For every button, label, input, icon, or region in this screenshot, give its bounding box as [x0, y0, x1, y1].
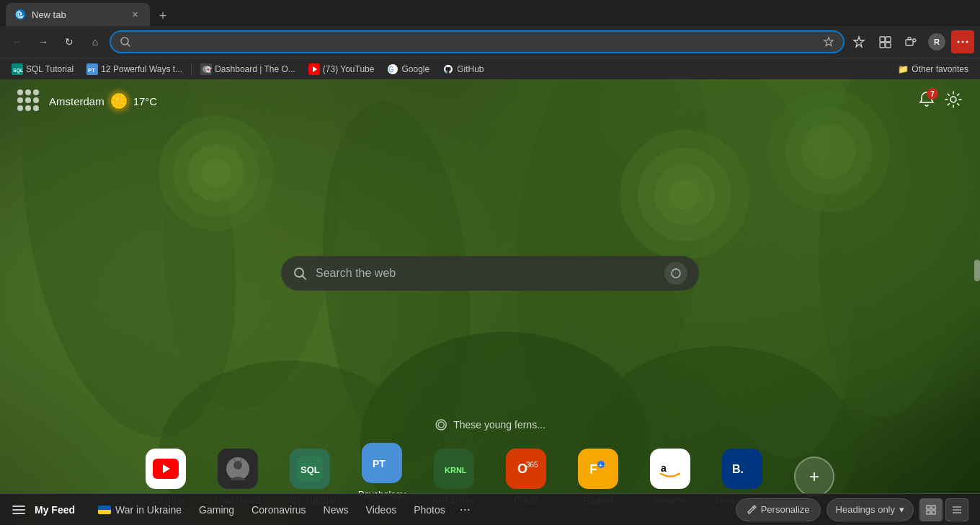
svg-rect-76: [927, 506, 930, 509]
tab-title: New tab: [32, 9, 122, 20]
favorites-separator: [191, 63, 192, 75]
sql-icon: SQL: [290, 449, 330, 489]
ukraine-flag-icon: [98, 506, 111, 514]
office-icon: O 365: [506, 449, 546, 489]
svg-marker-4: [854, 37, 864, 47]
newtab-top-right: 7: [918, 90, 963, 112]
personalize-button[interactable]: Personalize: [736, 498, 821, 521]
home-button[interactable]: ⌂: [84, 30, 107, 53]
grid-dot: [33, 89, 39, 95]
active-tab[interactable]: New tab ✕: [6, 3, 150, 26]
hamburger-icon[interactable]: [12, 503, 26, 517]
krnl-icon: KRNL: [434, 449, 474, 489]
back-button[interactable]: ←: [6, 30, 29, 53]
feed-item-videos[interactable]: Videos: [357, 494, 406, 526]
fav-label-dashboard: Dashboard | The O...: [215, 64, 295, 74]
favorites-item-sql[interactable]: SQL SQL Tutorial: [6, 61, 79, 78]
notifications-button[interactable]: 7: [918, 91, 935, 111]
svg-point-11: [958, 41, 960, 43]
svg-point-53: [233, 461, 242, 469]
grid-dot: [33, 105, 39, 111]
forward-button[interactable]: →: [32, 30, 55, 53]
feed-item-news[interactable]: News: [315, 494, 357, 526]
favorites-item-12powerful[interactable]: PT 12 Powerful Ways t...: [81, 61, 188, 78]
svg-text:F: F: [589, 462, 597, 477]
refresh-icon: ↻: [65, 36, 74, 48]
back-icon: ←: [12, 36, 22, 48]
caption-text: These young ferns...: [453, 419, 545, 431]
svg-point-51: [438, 422, 444, 428]
favorites-item-youtube[interactable]: (73) YouTube: [303, 61, 380, 78]
feed-more-button[interactable]: ···: [454, 502, 476, 517]
feed-item-label-photos: Photos: [414, 504, 445, 516]
other-favorites-label: Other favorites: [912, 64, 968, 74]
more-icon: [956, 35, 969, 48]
svg-text:G: G: [388, 66, 394, 74]
toolbar-icons: R: [847, 30, 974, 53]
search-caption-icon: [435, 418, 447, 431]
amazon-icon: a: [650, 449, 690, 489]
other-favorites-button[interactable]: 📁 Other favorites: [892, 61, 974, 78]
profile-button[interactable]: R: [925, 30, 948, 53]
refresh-button[interactable]: ↻: [58, 30, 81, 53]
feed-item-photos[interactable]: Photos: [405, 494, 454, 526]
youtube-icon: [146, 449, 186, 489]
personalize-label: Personalize: [761, 504, 810, 515]
fav-label-youtube: (73) YouTube: [323, 64, 375, 74]
svg-point-49: [672, 269, 680, 278]
list-view-button[interactable]: [945, 498, 968, 521]
home-icon: ⌂: [92, 36, 98, 48]
address-bar[interactable]: [110, 30, 845, 53]
bing-search-icon: [664, 262, 687, 285]
svg-rect-79: [932, 511, 935, 514]
search-container: Search the web: [281, 256, 699, 291]
feed-item-gaming[interactable]: Gaming: [190, 494, 243, 526]
feed-bar: My Feed War in Ukraine Gaming Coronaviru…: [0, 493, 980, 525]
add-quick-link[interactable]: +: [785, 456, 843, 497]
fav-label-12powerful: 12 Powerful Ways t...: [101, 64, 182, 74]
svg-text:PT: PT: [373, 458, 386, 469]
location-label: Amsterdam: [49, 95, 104, 107]
svg-text:KRNL: KRNL: [445, 466, 467, 475]
feed-item-coronavirus[interactable]: Coronavirus: [243, 494, 314, 526]
svg-rect-10: [908, 38, 911, 40]
favorites-icon-button[interactable]: [847, 30, 870, 53]
github-favicon: [442, 63, 454, 75]
new-tab-button[interactable]: +: [153, 6, 173, 26]
favorites-item-github[interactable]: GitHub: [437, 61, 489, 78]
svg-line-48: [303, 276, 306, 279]
favorites-star-icon[interactable]: [823, 36, 834, 48]
fav-label-google: Google: [401, 64, 429, 74]
tab-close-button[interactable]: ✕: [128, 8, 141, 21]
favorites-item-google[interactable]: G Google: [381, 61, 435, 78]
search-box-icon: [293, 266, 307, 281]
feed-item-war-in-ukraine[interactable]: War in Ukraine: [89, 494, 190, 526]
page-settings-button[interactable]: [944, 90, 963, 112]
svg-line-2: [128, 44, 130, 46]
svg-text:PT: PT: [88, 67, 95, 74]
booking-icon: B.: [722, 449, 762, 489]
pencil-icon: [747, 505, 757, 515]
feed-item-label-news: News: [324, 504, 349, 516]
my-feed-button[interactable]: My Feed: [35, 504, 75, 516]
search-box[interactable]: Search the web: [281, 256, 699, 291]
grid-view-button[interactable]: [919, 498, 943, 521]
extensions-button[interactable]: [899, 30, 922, 53]
scrollbar-thumb[interactable]: [974, 260, 980, 281]
weather-widget[interactable]: Amsterdam ☀️ 17°C: [49, 92, 157, 110]
grid-dot: [25, 97, 31, 103]
notifications-badge: 7: [927, 88, 938, 100]
svg-marker-3: [824, 38, 833, 46]
page-scrollbar[interactable]: [974, 79, 980, 525]
settings-more-button[interactable]: [951, 30, 974, 53]
feed-right-controls: Personalize Headings only ▾: [736, 498, 968, 521]
grid-dot: [33, 97, 39, 103]
image-caption[interactable]: These young ferns...: [435, 418, 545, 431]
collections-button[interactable]: [873, 30, 896, 53]
apps-grid-button[interactable]: [17, 89, 40, 112]
headings-only-dropdown[interactable]: Headings only ▾: [827, 498, 914, 521]
favorites-item-dashboard[interactable]: 👻 Dashboard | The O...: [195, 61, 301, 78]
temperature-label: 17°C: [133, 95, 158, 107]
feed-item-label-war: War in Ukraine: [115, 504, 182, 516]
svg-point-13: [966, 41, 968, 43]
